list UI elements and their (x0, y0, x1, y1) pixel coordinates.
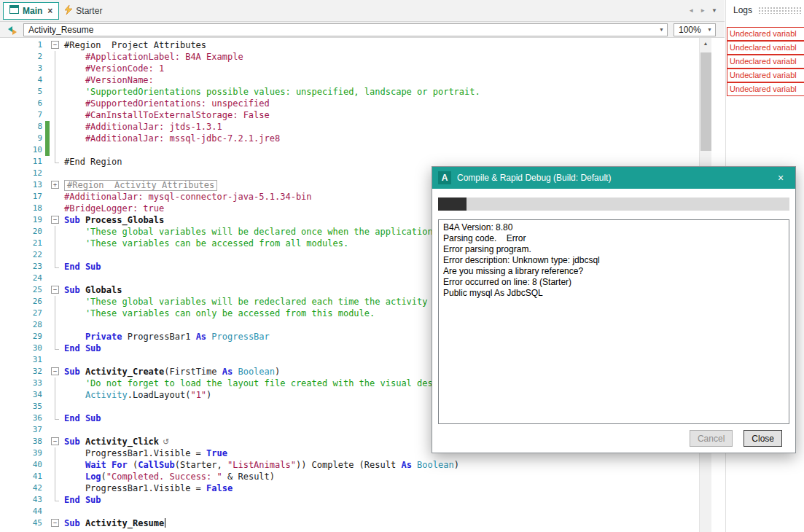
document-tab-bar: Main × Starter ◄ ► ▼ (0, 0, 725, 22)
close-tab-icon[interactable]: × (46, 6, 52, 16)
code-line[interactable]: 44 (0, 506, 699, 517)
line-number: 26 (0, 296, 45, 308)
chevron-down-icon: ▼ (704, 27, 715, 32)
log-entry[interactable]: Undeclared variabl (727, 41, 804, 55)
log-entry[interactable]: Undeclared variabl (727, 82, 804, 96)
fold-marker[interactable]: − (50, 39, 61, 51)
close-button[interactable]: Close (743, 430, 782, 447)
line-number: 17 (0, 191, 45, 203)
line-number: 27 (0, 308, 45, 319)
code-content: #ApplicationLabel: B4A Example (61, 51, 243, 63)
line-number: 8 (0, 121, 45, 133)
fold-marker (50, 424, 61, 436)
line-number: 41 (0, 471, 45, 482)
log-entries: Undeclared variablUndeclared variablUnde… (726, 27, 804, 96)
code-line[interactable]: 43End Sub (0, 494, 699, 506)
fold-marker (50, 226, 61, 238)
code-content: #VersionName: (61, 74, 159, 86)
fold-marker[interactable]: − (50, 214, 61, 226)
fold-marker[interactable]: + (50, 179, 61, 191)
code-content: Wait For (CallSub(Starter, "ListAnimals"… (61, 459, 459, 471)
zoom-combobox[interactable]: 100% ▼ (674, 23, 716, 36)
code-content (61, 273, 64, 284)
code-line[interactable]: 42 ProgressBar1.Visible = False (0, 482, 699, 494)
code-line[interactable]: 4 #VersionName: (0, 74, 699, 86)
fold-marker[interactable]: − (50, 436, 61, 447)
dialog-close-icon[interactable]: × (772, 172, 789, 184)
tab-main[interactable]: Main × (3, 2, 59, 20)
fold-marker (50, 168, 61, 179)
tab-menu-icon[interactable]: ▼ (711, 7, 717, 14)
dialog-titlebar[interactable]: A Compile & Rapid Debug (Build: Default)… (432, 167, 795, 189)
fold-marker (50, 308, 61, 319)
log-entry[interactable]: Undeclared variabl (727, 27, 804, 41)
collapse-region-icon[interactable]: − (51, 286, 59, 294)
panel-drag-dots[interactable] (758, 7, 803, 14)
code-line[interactable]: 8 #AdditionalJar: jtds-1.3.1 (0, 121, 699, 133)
dialog-title: Compile & Rapid Debug (Build: Default) (457, 173, 766, 183)
code-content: ProgressBar1.Visible = True (61, 447, 227, 459)
tab-starter[interactable]: Starter (59, 2, 108, 20)
sub-selector-combobox[interactable]: Activity_Resume ▼ (23, 23, 668, 36)
collapse-region-icon[interactable]: − (51, 367, 59, 375)
fold-marker (50, 98, 61, 109)
code-line[interactable]: 2 #ApplicationLabel: B4A Example (0, 51, 699, 63)
line-number: 45 (0, 517, 45, 529)
fold-marker (50, 191, 61, 203)
line-number: 3 (0, 63, 45, 74)
tab-nav: ◄ ► ▼ (688, 7, 725, 14)
sub-toolbar: Activity_Resume ▼ 100% ▼ (0, 22, 725, 38)
next-tab-icon[interactable]: ► (700, 7, 706, 14)
code-line[interactable]: 9 #AdditionalJar: mssql-jdbc-7.2.1.jre8 (0, 133, 699, 144)
line-number: 6 (0, 98, 45, 109)
prev-tab-icon[interactable]: ◄ (688, 7, 694, 14)
code-line[interactable]: 7 #CanInstallToExternalStorage: False (0, 109, 699, 121)
fold-marker (50, 506, 61, 517)
fold-marker (50, 74, 61, 86)
fold-marker (50, 331, 61, 343)
code-line[interactable]: 1−#Region Project Attributes (0, 39, 699, 51)
code-line[interactable]: 40 Wait For (CallSub(Starter, "ListAnima… (0, 459, 699, 471)
cancel-button[interactable]: Cancel (690, 430, 733, 447)
expand-region-icon[interactable]: + (51, 181, 59, 189)
collapse-region-icon[interactable]: − (51, 41, 59, 49)
code-content: 'These variables can be accessed from al… (61, 238, 348, 249)
fold-marker (50, 459, 61, 471)
fold-marker (50, 51, 61, 63)
line-number: 29 (0, 331, 45, 343)
code-content: #AdditionalJar: mssql-jdbc-7.2.1.jre8 (61, 133, 280, 144)
line-number: 33 (0, 378, 45, 389)
line-number: 31 (0, 354, 45, 366)
fold-marker (50, 482, 61, 494)
fold-marker (50, 86, 61, 98)
code-content: #VersionCode: 1 (61, 63, 164, 74)
fold-marker[interactable]: − (50, 366, 61, 378)
fold-marker[interactable]: − (50, 517, 61, 529)
collapse-region-icon[interactable]: − (51, 216, 59, 224)
code-line[interactable]: 3 #VersionCode: 1 (0, 63, 699, 74)
compile-progress-bar (438, 197, 789, 211)
code-content: Sub Activity_Resume (61, 517, 165, 529)
collapse-region-icon[interactable]: − (51, 519, 59, 527)
line-number: 9 (0, 133, 45, 144)
line-number: 24 (0, 273, 45, 284)
scrollbar-thumb[interactable] (700, 52, 711, 151)
code-line[interactable]: 45−Sub Activity_Resume (0, 517, 699, 529)
log-entry[interactable]: Undeclared variabl (727, 55, 804, 69)
log-entry[interactable]: Undeclared variabl (727, 69, 804, 82)
collapse-region-icon[interactable]: − (51, 437, 59, 445)
line-number: 38 (0, 436, 45, 447)
code-content: End Sub (61, 343, 101, 354)
code-line[interactable]: 10 (0, 144, 699, 156)
code-line[interactable]: 5 'SupportedOrientations possible values… (0, 86, 699, 98)
line-number: 19 (0, 214, 45, 226)
fold-marker (50, 401, 61, 412)
line-number: 40 (0, 459, 45, 471)
fold-marker[interactable]: − (50, 284, 61, 296)
scroll-up-icon[interactable]: ▲ (700, 38, 711, 50)
code-line[interactable]: 41 Log("Completed. Success: " & Result) (0, 471, 699, 482)
code-line[interactable]: 6 #SupportedOrientations: unspecified (0, 98, 699, 109)
b4a-logo-icon: A (438, 171, 451, 184)
code-content (61, 354, 64, 366)
fold-marker (50, 412, 61, 424)
